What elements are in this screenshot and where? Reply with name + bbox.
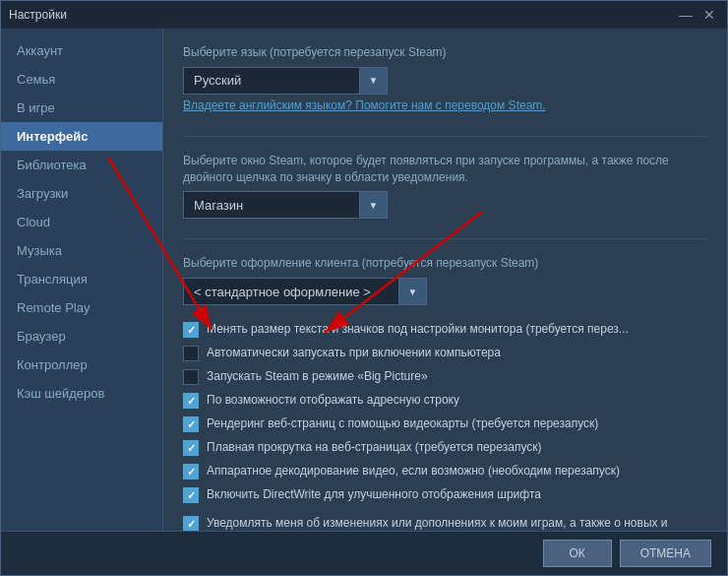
titlebar: Настройки — ✕ — [1, 1, 727, 29]
window-dropdown[interactable]: Магазин — [183, 191, 360, 219]
sidebar-item-music[interactable]: Музыка — [1, 236, 162, 265]
checkbox-label-notify: Уведомлять меня об изменениях или дополн… — [207, 515, 707, 531]
settings-window: Настройки — ✕ АккаунтСемьяВ игреИнтерфей… — [0, 0, 728, 576]
notify-checkbox-row[interactable]: Уведомлять меня об изменениях или дополн… — [183, 515, 707, 531]
main-content: Выберите язык (потребуется перезапуск St… — [163, 29, 727, 531]
sidebar-item-controller[interactable]: Контроллер — [1, 351, 162, 379]
language-label: Выберите язык (потребуется перезапуск St… — [183, 44, 707, 61]
sidebar-item-account[interactable]: Аккаунт — [1, 36, 162, 65]
checkbox-box-smoothscroll[interactable] — [183, 440, 199, 456]
checkbox-box-bigpicture[interactable] — [183, 369, 199, 385]
ok-button[interactable]: ОК — [543, 540, 612, 567]
skin-dropdown-row: < стандартное оформление > ▼ — [183, 278, 707, 305]
checkbox-label-addressbar: По возможности отображать адресную строк… — [207, 392, 459, 409]
checkbox-row-resize_text[interactable]: Менять размер текста и значков под настр… — [183, 321, 707, 338]
checkbox-box-resize_text[interactable] — [183, 322, 199, 338]
close-button[interactable]: ✕ — [699, 8, 719, 22]
sidebar-item-remoteplay[interactable]: Remote Play — [1, 293, 162, 322]
sidebar-item-broadcast[interactable]: Трансляция — [1, 265, 162, 293]
window-title: Настройки — [9, 8, 67, 22]
checkbox-row-directwrite[interactable]: Включить DirectWrite для улучшенного ото… — [183, 486, 707, 503]
checkbox-box-webrender[interactable] — [183, 416, 199, 432]
checkbox-row-hwdecode[interactable]: Аппаратное декодирование видео, если воз… — [183, 463, 707, 480]
checkbox-box-directwrite[interactable] — [183, 487, 199, 503]
titlebar-controls: — ✕ — [676, 8, 719, 22]
skin-dropdown-arrow[interactable]: ▼ — [399, 278, 427, 305]
cancel-button[interactable]: ОТМЕНА — [620, 540, 711, 567]
skin-label: Выберите оформление клиента (потребуется… — [183, 255, 707, 272]
sidebar-item-family[interactable]: Семья — [1, 65, 162, 94]
checkbox-row-addressbar[interactable]: По возможности отображать адресную строк… — [183, 392, 707, 409]
checkbox-label-directwrite: Включить DirectWrite для улучшенного ото… — [207, 486, 541, 503]
checkbox-box-autostart[interactable] — [183, 346, 199, 361]
checkboxes-group: Менять размер текста и значков под настр… — [183, 321, 707, 503]
checkbox-label-webrender: Рендеринг веб-страниц с помощью видеокар… — [207, 416, 598, 432]
divider-1 — [183, 136, 707, 137]
sidebar-item-downloads[interactable]: Загрузки — [1, 179, 162, 208]
window-dropdown-row: Магазин ▼ — [183, 191, 707, 219]
checkbox-row-webrender[interactable]: Рендеринг веб-страниц с помощью видеокар… — [183, 416, 707, 432]
checkbox-label-autostart: Автоматически запускать при включении ко… — [207, 345, 501, 361]
language-dropdown-arrow[interactable]: ▼ — [360, 67, 388, 95]
content-area: АккаунтСемьяВ игреИнтерфейсБиблиотекаЗаг… — [1, 29, 727, 531]
minimize-button[interactable]: — — [676, 8, 696, 22]
language-section: Выберите язык (потребуется перезапуск St… — [183, 44, 707, 120]
language-help-link[interactable]: Владеете английским языком? Помогите нам… — [183, 98, 707, 112]
skin-section: Выберите оформление клиента (потребуется… — [183, 255, 707, 309]
checkbox-box-notify[interactable] — [183, 516, 199, 531]
sidebar-item-interface[interactable]: Интерфейс — [1, 122, 162, 151]
sidebar-item-cloud[interactable]: Cloud — [1, 208, 162, 236]
checkbox-row-bigpicture[interactable]: Запускать Steam в режиме «Big Picture» — [183, 368, 707, 385]
sidebar-item-shadercache[interactable]: Кэш шейдеров — [1, 379, 162, 408]
sidebar-item-ingame[interactable]: В игре — [1, 94, 162, 122]
sidebar-item-browser[interactable]: Браузер — [1, 322, 162, 351]
checkbox-box-hwdecode[interactable] — [183, 464, 199, 480]
window-label: Выберите окно Steam, которое будет появл… — [183, 153, 707, 186]
skin-dropdown[interactable]: < стандартное оформление > — [183, 278, 399, 305]
footer: ОК ОТМЕНА — [1, 531, 727, 575]
checkbox-label-hwdecode: Аппаратное декодирование видео, если воз… — [207, 463, 620, 480]
window-dropdown-arrow[interactable]: ▼ — [360, 191, 388, 219]
language-dropdown[interactable]: Русский — [183, 67, 360, 95]
checkbox-row-autostart[interactable]: Автоматически запускать при включении ко… — [183, 345, 707, 361]
sidebar: АккаунтСемьяВ игреИнтерфейсБиблиотекаЗаг… — [1, 29, 163, 531]
window-section: Выберите окно Steam, которое будет появл… — [183, 153, 707, 224]
checkbox-row-smoothscroll[interactable]: Плавная прокрутка на веб-страницах (треб… — [183, 439, 707, 456]
checkbox-box-addressbar[interactable] — [183, 393, 199, 409]
sidebar-item-library[interactable]: Библиотека — [1, 151, 162, 179]
language-dropdown-row: Русский ▼ — [183, 67, 707, 95]
checkbox-label-smoothscroll: Плавная прокрутка на веб-страницах (треб… — [207, 439, 542, 456]
checkbox-label-resize_text: Менять размер текста и значков под настр… — [207, 321, 629, 338]
divider-2 — [183, 238, 707, 239]
checkbox-label-bigpicture: Запускать Steam в режиме «Big Picture» — [207, 368, 428, 385]
